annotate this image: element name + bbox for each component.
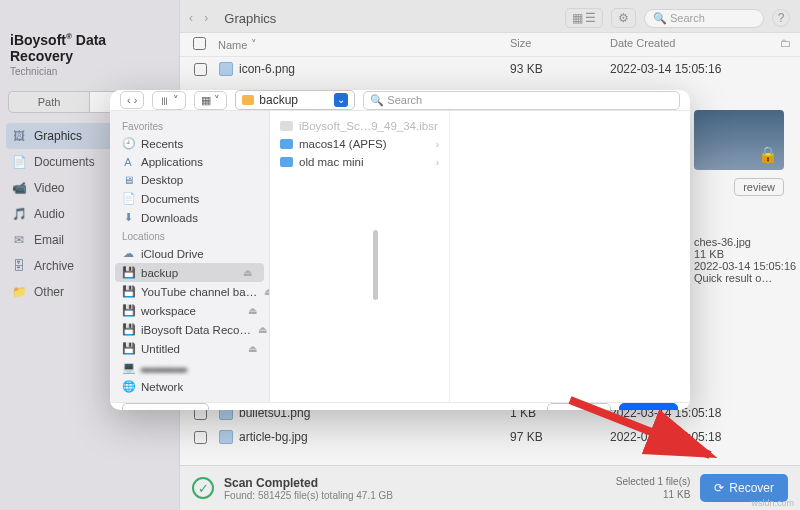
sidebar-item-youtube[interactable]: 💾YouTube channel ba…⏏ (110, 282, 269, 301)
cancel-button[interactable]: Cancel (547, 403, 610, 410)
new-folder-button[interactable]: New Folder (122, 403, 209, 410)
list-item[interactable]: macos14 (APFS)› (270, 135, 449, 153)
list-item[interactable]: old mac mini› (270, 153, 449, 171)
sidebar-item-downloads[interactable]: ⬇Downloads (110, 208, 269, 227)
sheet-view-columns[interactable]: ⫼ ˅ (152, 91, 186, 110)
drive-icon: 💾 (122, 266, 134, 279)
search-icon: 🔍 (370, 94, 384, 107)
favorites-heading: Favorites (110, 117, 269, 134)
sidebar-item-iboysoft[interactable]: 💾iBoysoft Data Reco…⏏ (110, 320, 269, 339)
drive-icon: 💾 (122, 342, 134, 355)
watermark: wsldn.com (751, 498, 794, 508)
sidebar-item-applications[interactable]: AApplications (110, 153, 269, 171)
sidebar-item-desktop[interactable]: 🖥Desktop (110, 171, 269, 189)
scrollbar-thumb[interactable] (373, 230, 378, 300)
sheet-search[interactable]: 🔍Search (363, 91, 680, 110)
sidebar-item-workspace[interactable]: 💾workspace⏏ (110, 301, 269, 320)
chevron-down-icon: ⌄ (334, 93, 348, 107)
save-sheet: ‹› ⫼ ˅ ▦ ˅ backup ⌄ 🔍Search Favorites 🕘R… (110, 90, 690, 410)
computer-icon: 💻 (122, 361, 134, 374)
cloud-icon: ☁ (122, 247, 134, 260)
apps-icon: A (122, 156, 134, 168)
folder-icon (280, 139, 293, 149)
sheet-footer: New Folder Cancel Select (110, 402, 690, 410)
eject-icon[interactable]: ⏏ (258, 324, 267, 335)
sidebar-item-network[interactable]: 🌐Network (110, 377, 269, 396)
folder-icon (242, 95, 254, 105)
select-button[interactable]: Select (619, 403, 678, 410)
eject-icon[interactable]: ⏏ (264, 286, 269, 297)
folder-icon (280, 157, 293, 167)
chevron-left-icon: ‹ (127, 94, 131, 106)
list-item[interactable]: iBoysoft_Sc…9_49_34.ibsr (270, 117, 449, 135)
browser-column-2 (450, 111, 690, 402)
document-icon: 📄 (122, 192, 134, 205)
location-dropdown[interactable]: backup ⌄ (235, 90, 355, 110)
sidebar-item-backup[interactable]: 💾backup⏏ (115, 263, 264, 282)
sidebar-item-recents[interactable]: 🕘Recents (110, 134, 269, 153)
eject-icon[interactable]: ⏏ (248, 343, 257, 354)
eject-icon[interactable]: ⏏ (243, 267, 252, 278)
drive-icon: 💾 (122, 285, 134, 298)
browser-column-1: iBoysoft_Sc…9_49_34.ibsr macos14 (APFS)›… (270, 111, 450, 402)
sheet-sidebar: Favorites 🕘Recents AApplications 🖥Deskto… (110, 111, 270, 402)
sidebar-item-untitled[interactable]: 💾Untitled⏏ (110, 339, 269, 358)
sidebar-item-documents[interactable]: 📄Documents (110, 189, 269, 208)
chevron-right-icon: › (134, 94, 138, 106)
sidebar-item-icloud[interactable]: ☁iCloud Drive (110, 244, 269, 263)
download-icon: ⬇ (122, 211, 134, 224)
sheet-view-grid[interactable]: ▦ ˅ (194, 91, 227, 110)
column-browser: iBoysoft_Sc…9_49_34.ibsr macos14 (APFS)›… (270, 111, 690, 402)
sheet-toolbar: ‹› ⫼ ˅ ▦ ˅ backup ⌄ 🔍Search (110, 90, 690, 111)
clock-icon: 🕘 (122, 137, 134, 150)
locations-heading: Locations (110, 227, 269, 244)
sheet-nav[interactable]: ‹› (120, 91, 144, 109)
eject-icon[interactable]: ⏏ (248, 305, 257, 316)
file-icon (280, 121, 293, 131)
columns-icon: ⫼ (159, 94, 170, 106)
chevron-right-icon: › (436, 157, 439, 168)
network-icon: 🌐 (122, 380, 134, 393)
chevron-right-icon: › (436, 139, 439, 150)
drive-icon: 💾 (122, 323, 134, 336)
desktop-icon: 🖥 (122, 174, 134, 186)
grid-icon: ▦ (201, 94, 211, 107)
drive-icon: 💾 (122, 304, 134, 317)
sidebar-item-computer[interactable]: 💻▬▬▬▬ (110, 358, 269, 377)
